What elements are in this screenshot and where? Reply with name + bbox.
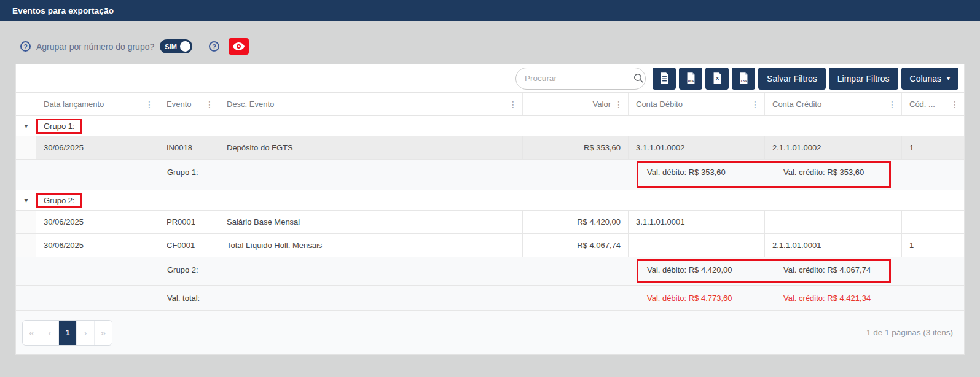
column-label: Data lançamento xyxy=(44,99,104,109)
first-page-button[interactable]: « xyxy=(23,321,41,345)
column-menu-icon[interactable]: ⋮ xyxy=(614,100,623,109)
export-doc-button[interactable] xyxy=(653,68,676,90)
cell-desc-evento: Salário Base Mensal xyxy=(219,211,523,233)
toggle-value: SIM xyxy=(165,43,177,50)
excel-file-icon: X xyxy=(712,72,723,85)
column-menu-icon[interactable]: ⋮ xyxy=(145,100,154,109)
total-label: Val. total: xyxy=(159,293,629,303)
export-excel-button[interactable]: X xyxy=(705,68,729,90)
table-row: 30/06/2025 IN0018 Depósito do FGTS R$ 35… xyxy=(16,136,964,160)
table-row: 30/06/2025 PR0001 Salário Base Mensal R$… xyxy=(16,211,964,234)
page-number-button[interactable]: 1 xyxy=(58,321,76,345)
search-icon[interactable] xyxy=(633,73,644,84)
grand-total-row: Val. total: Val. débito: R$ 4.773,60 Val… xyxy=(16,286,964,311)
group-label-annotated: Grupo 1: xyxy=(36,119,82,134)
cell-conta-credito: 2.1.1.01.0002 xyxy=(765,136,902,159)
cell-evento: IN0018 xyxy=(159,136,219,159)
previous-page-button[interactable]: ‹ xyxy=(41,321,58,345)
help-icon[interactable]: ? xyxy=(209,41,219,52)
doc-file-icon xyxy=(659,72,670,85)
clear-filters-button[interactable]: Limpar Filtros xyxy=(829,68,898,90)
group-summary-row: Grupo 1: Val. débito: R$ 353,60 Val. cré… xyxy=(16,160,964,190)
group-indent-cell xyxy=(16,136,36,159)
export-csv-button[interactable]: CSV xyxy=(732,68,755,90)
column-header-conta-credito[interactable]: Conta Crédito ⋮ xyxy=(765,93,902,115)
cell-conta-debito: 3.1.1.01.0001 xyxy=(629,211,765,233)
cell-conta-credito xyxy=(765,211,902,233)
group-indent-cell xyxy=(16,234,36,257)
toggle-knob-icon xyxy=(180,41,190,52)
column-header-desc-evento[interactable]: Desc. Evento ⋮ xyxy=(219,93,523,115)
column-menu-icon[interactable]: ⋮ xyxy=(951,100,959,109)
next-page-button[interactable]: › xyxy=(76,321,94,345)
clear-filters-label: Limpar Filtros xyxy=(837,74,890,84)
group-header-row: ▾ Grupo 2: xyxy=(16,190,964,211)
cell-conta-credito: 2.1.1.01.0001 xyxy=(765,234,902,257)
controls-row: ? Agrupar por número do grupo? SIM ? xyxy=(20,38,249,55)
group-credit-total: Val. crédito: R$ 353,60 xyxy=(765,160,902,177)
expander-header-cell xyxy=(16,93,36,115)
group-toggle-switch[interactable]: SIM xyxy=(160,39,192,53)
svg-text:PDF: PDF xyxy=(688,79,694,83)
column-menu-icon[interactable]: ⋮ xyxy=(509,100,517,109)
column-menu-icon[interactable]: ⋮ xyxy=(205,100,214,109)
column-menu-icon[interactable]: ⋮ xyxy=(751,100,759,109)
cell-valor: R$ 4.067,74 xyxy=(523,234,629,257)
preview-eye-button[interactable] xyxy=(229,38,249,55)
column-label: Conta Crédito xyxy=(772,99,821,109)
group-debit-total: Val. débito: R$ 353,60 xyxy=(629,160,765,177)
events-grid-card: PDF X CSV Salvar Filtros xyxy=(15,64,965,355)
export-pdf-button[interactable]: PDF xyxy=(679,68,702,90)
cell-cod: 1 xyxy=(902,136,964,159)
table-header-row: Data lançamento ⋮ Evento ⋮ Desc. Evento … xyxy=(16,93,964,116)
cell-data-lancamento: 30/06/2025 xyxy=(36,136,159,159)
group-header-row: ▾ Grupo 1: xyxy=(16,116,964,136)
columns-label: Colunas xyxy=(910,74,941,84)
column-header-evento[interactable]: Evento ⋮ xyxy=(159,93,219,115)
group-credit-total: Val. crédito: R$ 4.067,74 xyxy=(765,257,902,274)
search-input[interactable] xyxy=(525,74,633,83)
total-debit: Val. débito: R$ 4.773,60 xyxy=(629,293,765,303)
help-icon[interactable]: ? xyxy=(20,41,31,52)
column-menu-icon[interactable]: ⋮ xyxy=(888,100,896,109)
grid-toolbar: PDF X CSV Salvar Filtros xyxy=(16,64,964,93)
total-credit: Val. crédito: R$ 4.421,34 xyxy=(765,293,902,303)
group-summary-row: Grupo 2: Val. débito: R$ 4.420,00 Val. c… xyxy=(16,257,964,286)
search-box xyxy=(515,68,646,90)
chevron-down-icon: ▾ xyxy=(947,75,950,82)
cell-valor: R$ 353,60 xyxy=(523,136,629,159)
cell-valor: R$ 4.420,00 xyxy=(523,211,629,233)
column-header-valor[interactable]: Valor ⋮ xyxy=(523,93,629,115)
window-title-bar: Eventos para exportação xyxy=(0,0,980,21)
group-summary-label: Grupo 1: xyxy=(159,160,629,177)
page-title: Eventos para exportação xyxy=(12,6,114,15)
column-label: Conta Débito xyxy=(636,99,683,109)
group-indent-cell xyxy=(16,211,36,233)
eye-icon xyxy=(233,42,245,50)
save-filters-label: Salvar Filtros xyxy=(767,74,817,84)
table-row: 30/06/2025 CF0001 Total Líquido Holl. Me… xyxy=(16,234,964,257)
collapse-group-icon[interactable]: ▾ xyxy=(16,122,36,130)
last-page-button[interactable]: » xyxy=(94,321,112,345)
group-toggle-label: Agrupar por número do grupo? xyxy=(36,42,154,52)
column-header-conta-debito[interactable]: Conta Débito ⋮ xyxy=(629,93,765,115)
column-label: Desc. Evento xyxy=(227,99,274,109)
columns-dropdown-button[interactable]: Colunas ▾ xyxy=(901,68,958,90)
group-summary-label: Grupo 2: xyxy=(159,257,629,274)
cell-evento: PR0001 xyxy=(159,211,219,233)
cell-desc-evento: Total Líquido Holl. Mensais xyxy=(219,234,523,257)
cell-data-lancamento: 30/06/2025 xyxy=(36,211,159,233)
grid-pager: « ‹ 1 › » 1 de 1 páginas (3 itens) xyxy=(16,311,964,354)
cell-data-lancamento: 30/06/2025 xyxy=(36,234,159,257)
column-label: Valor xyxy=(593,99,611,109)
column-header-data-lancamento[interactable]: Data lançamento ⋮ xyxy=(36,93,159,115)
cell-cod: 1 xyxy=(902,234,964,257)
save-filters-button[interactable]: Salvar Filtros xyxy=(758,68,826,90)
cell-desc-evento: Depósito do FGTS xyxy=(219,136,523,159)
cell-conta-debito: 3.1.1.01.0002 xyxy=(629,136,765,159)
group-label-annotated: Grupo 2: xyxy=(36,193,82,208)
collapse-group-icon[interactable]: ▾ xyxy=(16,196,36,204)
cell-cod xyxy=(902,211,964,233)
column-label: Evento xyxy=(167,99,191,109)
column-header-cod[interactable]: Cód. ... ⋮ xyxy=(902,93,964,115)
